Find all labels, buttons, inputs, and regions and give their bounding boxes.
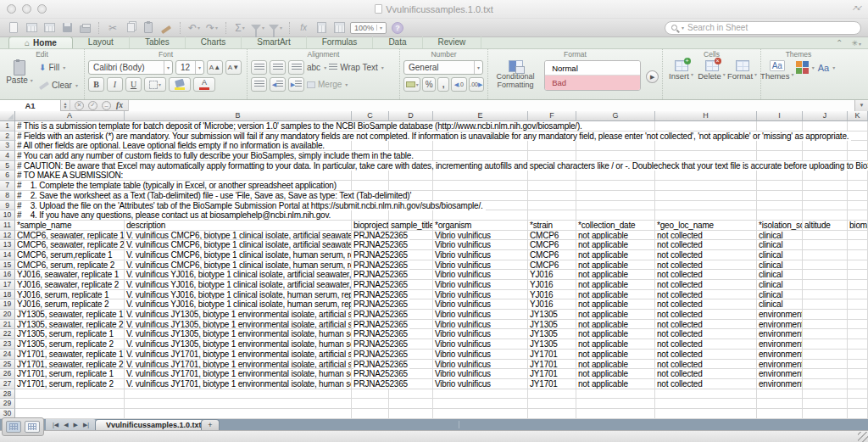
cell-E3[interactable] (433, 141, 528, 151)
cell-E17[interactable]: Vibrio vulnificus (433, 280, 528, 290)
cell-B17[interactable]: V. vulnificus YJ016, biotype 1 clinical … (125, 280, 352, 290)
cell-F20[interactable]: JY1305 (528, 310, 576, 320)
cell-J13[interactable] (803, 240, 848, 250)
cell-H10[interactable] (655, 210, 757, 221)
cell-F27[interactable]: JY1701 (528, 379, 576, 389)
row-header-12[interactable]: 12 (0, 231, 15, 241)
cell-F18[interactable]: YJ016 (528, 290, 576, 300)
search-scope-chevron-icon[interactable]: ▾ (682, 25, 684, 31)
cell-C13[interactable]: PRJNA252365 (352, 240, 389, 250)
cell-E18[interactable]: Vibrio vulnificus (433, 290, 528, 300)
tab-charts[interactable]: Charts (186, 36, 242, 48)
number-format-select[interactable]: General▾ (403, 60, 483, 75)
decrease-indent-button[interactable]: ◀ (270, 77, 286, 92)
cell-C27[interactable]: PRJNA252365 (352, 379, 389, 389)
cell-E30[interactable] (433, 409, 528, 419)
sheet-tab[interactable]: Vvulnificussamples.1.0.txt (95, 419, 213, 430)
import-icon[interactable] (42, 21, 56, 35)
cell-H30[interactable] (655, 409, 757, 419)
font-name-select[interactable]: Calibri (Body)▾ (88, 60, 173, 75)
cell-I26[interactable]: environmental (757, 369, 803, 379)
cell-J19[interactable] (803, 299, 848, 310)
open-gallery-icon[interactable] (25, 21, 38, 35)
cell-E26[interactable]: Vibrio vulnificus (433, 369, 528, 379)
delete-cells-button[interactable]: × Delete▾ (698, 60, 726, 81)
cell-H17[interactable]: not collected (655, 280, 757, 290)
enter-icon[interactable]: ✓ (88, 101, 97, 110)
cell-J27[interactable] (803, 379, 848, 389)
cell-G11[interactable]: *collection_date (576, 221, 655, 231)
ribbon-settings-gear-icon[interactable]: ✳▾ (851, 39, 861, 48)
cell-C29[interactable] (352, 399, 389, 409)
cell-G27[interactable]: not applicable (576, 379, 655, 389)
cell-A21[interactable]: JY1305, seawater, replicate 2 (15, 320, 125, 330)
cell-C20[interactable]: PRJNA252365 (352, 310, 389, 320)
column-header-H[interactable]: H (655, 111, 757, 121)
orientation-button[interactable]: abc▾ (307, 60, 326, 75)
cell-B16[interactable]: V. vulnificus YJ016, biotype 1 clinical … (125, 270, 352, 280)
cell-C26[interactable]: PRJNA252365 (352, 369, 389, 379)
cell-B19[interactable]: V. vulnificus YJ016, biotype 1 clinical … (125, 299, 352, 310)
cell-I16[interactable]: clinical (757, 270, 803, 280)
cell-I4[interactable] (757, 151, 803, 161)
cell-G6[interactable] (576, 171, 655, 181)
row-header-17[interactable]: 17 (0, 280, 15, 290)
cell-E14[interactable]: Vibrio vulnificus (433, 250, 528, 260)
cell-A18[interactable]: YJ016, serum, replicate 1 (15, 290, 125, 300)
style-normal[interactable]: Normal (545, 61, 640, 76)
column-header-G[interactable]: G (576, 111, 655, 121)
redo-icon[interactable]: ↷▾ (205, 21, 219, 35)
cell-I13[interactable]: clinical (757, 240, 803, 250)
cell-K19[interactable] (848, 299, 868, 310)
cell-K18[interactable] (848, 290, 868, 300)
row-header-10[interactable]: 10 (0, 210, 15, 221)
cell-J14[interactable] (803, 250, 848, 260)
conditional-formatting-button[interactable]: Conditional Formatting (492, 60, 539, 89)
cell-H21[interactable]: not collected (655, 320, 757, 330)
increase-decimal-button[interactable]: ◀.0 (451, 77, 467, 92)
cell-E12[interactable]: Vibrio vulnificus (433, 231, 528, 241)
cell-I15[interactable]: clinical (757, 260, 803, 271)
comma-button[interactable]: , (437, 77, 449, 92)
first-sheet-icon[interactable]: |◀ (53, 422, 58, 428)
cell-A26[interactable]: JY1701, serum, replicate 1 (15, 369, 125, 379)
sort-icon[interactable]: ▾ (251, 21, 264, 35)
cell-G29[interactable] (576, 399, 655, 409)
cell-H6[interactable] (655, 171, 757, 181)
align-bottom-button[interactable] (288, 60, 304, 75)
cell-J26[interactable] (803, 369, 848, 379)
cell-B26[interactable]: V. vulnificus JY1701, biotype 1 environm… (125, 369, 352, 379)
row-header-3[interactable]: 3 (0, 141, 15, 151)
cell-J30[interactable] (803, 409, 848, 419)
cell-E8[interactable] (433, 191, 528, 201)
percent-button[interactable]: % (422, 77, 436, 92)
column-header-D[interactable]: D (389, 111, 433, 121)
cell-A1[interactable]: # This is a submission template for batc… (16, 121, 585, 131)
cell-I28[interactable] (757, 389, 803, 400)
cell-K24[interactable] (848, 350, 868, 360)
tab-layout[interactable]: Layout (73, 36, 130, 48)
cell-H25[interactable]: not collected (655, 360, 757, 370)
cell-B12[interactable]: V. vulnificus CMCP6, biotype 1 clinical … (125, 231, 352, 241)
cell-K23[interactable] (848, 339, 868, 350)
search-field[interactable]: ▾ (665, 21, 861, 35)
formula-bar-expand-icon[interactable]: ▼ (854, 100, 868, 111)
cell-J20[interactable] (803, 310, 848, 320)
cell-I7[interactable] (757, 181, 803, 191)
cell-E29[interactable] (433, 399, 528, 409)
cell-I11[interactable]: *isolation_source (757, 221, 803, 231)
cell-J23[interactable] (803, 339, 848, 350)
cell-J25[interactable] (803, 360, 848, 370)
cell-I8[interactable] (757, 191, 803, 201)
cell-A11[interactable]: *sample_name (15, 221, 125, 231)
name-box[interactable]: A1 (0, 100, 61, 111)
cell-J4[interactable] (803, 151, 848, 161)
column-header-J[interactable]: J (803, 111, 848, 121)
merge-button[interactable]: Merge▾ (307, 77, 348, 92)
increase-indent-button[interactable]: ▶ (288, 77, 304, 92)
row-header-27[interactable]: 27 (0, 379, 15, 389)
cell-A17[interactable]: YJ016, seawater, replicate 2 (15, 280, 125, 290)
style-bad[interactable]: Bad (545, 76, 640, 90)
help-icon[interactable]: ? (391, 21, 404, 35)
clear-button[interactable]: Clear▾ (39, 78, 78, 92)
